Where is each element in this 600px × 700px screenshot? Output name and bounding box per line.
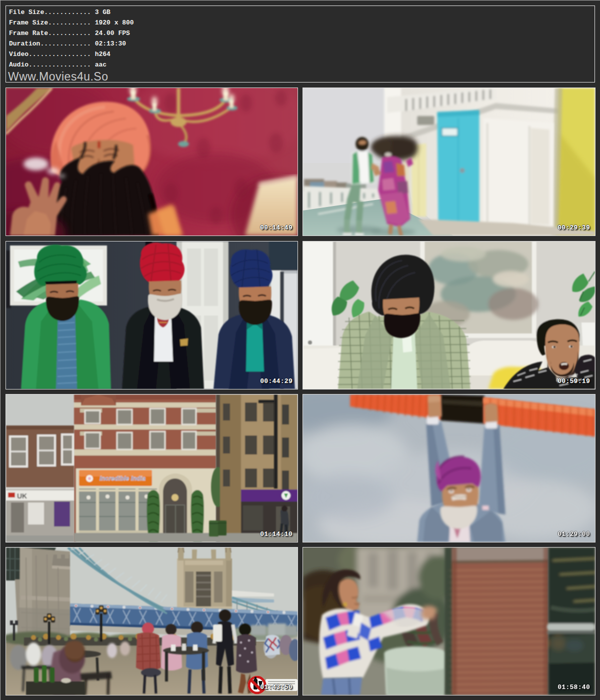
svg-text:UK: UK (17, 492, 27, 500)
svg-text:Incredible India: Incredible India (100, 475, 146, 482)
